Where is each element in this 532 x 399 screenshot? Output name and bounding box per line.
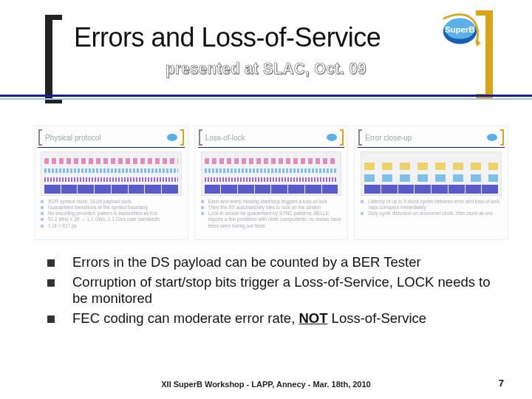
list-item: FEC coding can moderate error rate, NOT … bbox=[47, 310, 497, 327]
left-bracket-icon bbox=[38, 129, 43, 146]
right-bracket-icon bbox=[499, 129, 505, 146]
left-bracket-icon bbox=[358, 129, 363, 146]
footer-center: XII SuperB Workshop - LAPP, Annecy - Mar… bbox=[161, 380, 370, 389]
svg-text:SuperB: SuperB bbox=[445, 25, 474, 34]
superb-logo-icon bbox=[166, 132, 180, 143]
left-bracket-icon bbox=[44, 15, 66, 102]
waveform-icon bbox=[361, 151, 502, 196]
thumbnail-title: Physical protocol bbox=[43, 134, 166, 142]
slide: Errors and Loss-of-Service SuperB presen… bbox=[0, 0, 532, 399]
thumbnail-notes: Latency of up to 5 clock cycles between … bbox=[361, 199, 502, 216]
list-item: Lock-in should be guaranteed by SYNC pat… bbox=[201, 211, 342, 228]
superb-logo-icon bbox=[326, 132, 339, 143]
thumbnail-notes: XOR symbol clock, 16-bit payload slots G… bbox=[41, 199, 182, 229]
right-bracket-icon bbox=[471, 10, 494, 98]
bullet-text: Corruption of start/stop bits trigger a … bbox=[72, 274, 491, 307]
header: Errors and Loss-of-Service SuperB presen… bbox=[0, 0, 532, 111]
header-rule bbox=[0, 95, 532, 103]
list-item: Duty-cycle distortion on recovered clock… bbox=[361, 211, 502, 216]
superb-logo-icon bbox=[486, 132, 499, 143]
bullet-emph: NOT bbox=[299, 310, 327, 326]
thumbnail-row: Physical protocol XOR symbol clock, 16-b… bbox=[34, 126, 508, 240]
waveform-icon bbox=[41, 151, 182, 196]
list-item: 51.2 MHz × 20 → 1.2 Gb/s, 1.1 Gb/s user … bbox=[41, 216, 182, 222]
list-item: Then the RX automatically tries to lock … bbox=[201, 205, 342, 211]
list-item: Corruption of start/stop bits trigger a … bbox=[47, 274, 497, 307]
list-item: Guaranteed transitions at the symbol bou… bbox=[41, 205, 182, 211]
list-item: XOR symbol clock, 16-bit payload slots bbox=[41, 199, 182, 205]
list-item: Errors in the DS payload can be counted … bbox=[47, 254, 497, 271]
page-title: Errors and Loss-of-Service bbox=[55, 21, 381, 53]
list-item: Latency of up to 5 clock cycles between … bbox=[361, 199, 502, 211]
bullet-text: Loss-of-Service bbox=[327, 310, 426, 326]
page-number: 7 bbox=[499, 378, 504, 389]
list-item: 1 UI = 817 ps bbox=[41, 223, 182, 229]
bullet-text: FEC coding can moderate error rate, bbox=[72, 310, 299, 326]
right-bracket-icon bbox=[180, 129, 185, 146]
thumbnail-notes: Each and every missing start/stop trigge… bbox=[201, 199, 342, 229]
svg-point-6 bbox=[487, 134, 497, 141]
list-item: No encoding provided; pattern is transmi… bbox=[41, 211, 182, 216]
right-bracket-icon bbox=[339, 129, 344, 146]
thumbnail-physical-protocol: Physical protocol XOR symbol clock, 16-b… bbox=[34, 126, 188, 240]
subtitle: presented at SLAC, Oct. 09 bbox=[166, 59, 366, 78]
left-bracket-icon bbox=[198, 129, 203, 146]
svg-point-4 bbox=[167, 134, 177, 141]
svg-point-5 bbox=[327, 134, 337, 141]
thumbnail-error-closeup: Error close-up Latency of up to 5 clock … bbox=[354, 126, 508, 240]
thumbnail-title: Error close-up bbox=[363, 134, 486, 142]
waveform-icon bbox=[201, 151, 342, 196]
bullet-text: Errors in the DS payload can be counted … bbox=[72, 254, 421, 270]
list-item: Each and every missing start/stop trigge… bbox=[201, 199, 342, 205]
thumbnail-title: Loss-of-lock bbox=[203, 134, 327, 142]
main-bullets: Errors in the DS payload can be counted … bbox=[47, 254, 497, 330]
thumbnail-loss-of-lock: Loss-of-lock Each and every missing star… bbox=[194, 126, 349, 240]
